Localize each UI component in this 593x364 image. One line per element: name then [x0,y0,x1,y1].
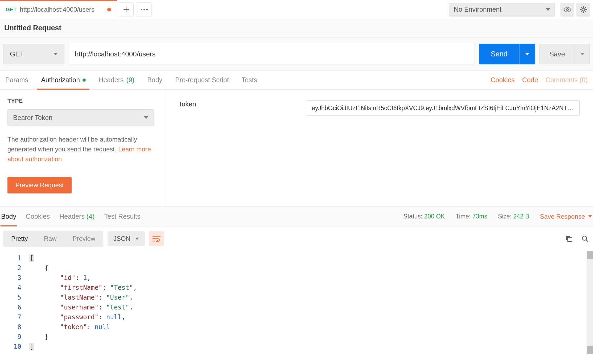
tab-title: http://localhost:4000/users [20,6,94,13]
body-format-value: JSON [113,235,130,242]
chevron-down-icon [588,215,592,218]
search-response-button[interactable] [580,234,590,243]
view-preview[interactable]: Preview [65,231,103,247]
tab-tests[interactable]: Tests [242,71,257,89]
environment-area: No Environment [449,0,593,19]
scrollbar-thumb[interactable] [587,346,593,354]
line-no: 8 [0,322,21,332]
cookies-link[interactable]: Cookies [491,76,515,84]
token-input[interactable] [306,100,580,116]
gear-icon [580,6,587,13]
tab-authorization[interactable]: Authorization [41,71,86,89]
tab-headers-label: Headers [98,76,124,84]
tab-prerequest[interactable]: Pre-request Script [175,71,229,89]
save-button[interactable]: Save [540,44,575,64]
token-label: Token [178,100,290,108]
tab-headers[interactable]: Headers (9) [98,71,134,89]
auth-panel: TYPE Bearer Token The authorization head… [0,90,593,207]
auth-active-dot [83,78,86,82]
request-tabs-row: Params Authorization Headers (9) Body Pr… [0,71,593,90]
svg-point-2 [146,9,148,10]
send-button[interactable]: Send [479,44,519,64]
view-raw[interactable]: Raw [36,231,65,247]
svg-point-0 [141,9,142,10]
response-body: 1 2 3 4 5 6 7 8 9 10 [ { "id": 1, "first… [0,251,593,354]
size-label: Size: [498,213,512,220]
svg-point-1 [143,9,145,10]
line-no: 3 [0,273,21,283]
auth-type-heading: TYPE [7,98,157,104]
method-value: GET [10,50,24,58]
tab-method: GET [6,7,17,13]
wrap-icon [152,235,161,242]
plus-icon [123,7,129,13]
status-label: Status: [403,213,423,220]
line-no: 10 [0,342,21,352]
resp-tab-cookies[interactable]: Cookies [26,207,50,226]
status-value: 200 OK [424,213,445,220]
vertical-scrollbar[interactable] [587,251,593,354]
request-tab[interactable]: GET http://localhost:4000/users [0,0,117,19]
chevron-down-icon [135,238,139,240]
resp-tab-tests[interactable]: Test Results [104,207,140,226]
code-content[interactable]: [ { "id": 1, "firstName": "Test", "lastN… [29,251,593,354]
tab-body[interactable]: Body [147,71,162,89]
resp-tab-body[interactable]: Body [1,207,16,226]
environment-preview-button[interactable] [561,3,574,16]
line-no: 4 [0,283,21,293]
auth-right-pane: Token [165,90,593,206]
save-options-button[interactable] [575,44,590,64]
wrap-lines-button[interactable] [149,231,164,246]
resp-tab-headers-count: (4) [87,213,95,220]
time-value: 73ms [472,213,487,220]
comments-link[interactable]: Comments (0) [546,76,588,84]
copy-response-button[interactable] [564,234,574,243]
auth-type-select[interactable]: Bearer Token [7,109,154,126]
auth-description: The authorization header will be automat… [7,134,151,164]
body-format-select[interactable]: JSON [108,231,145,246]
request-name[interactable]: Untitled Request [4,24,589,32]
auth-type-value: Bearer Token [13,114,52,122]
tab-params[interactable]: Params [5,71,28,89]
chevron-down-icon [144,116,148,119]
send-options-button[interactable] [519,44,535,64]
copy-icon [565,235,573,242]
line-no: 5 [0,293,21,303]
view-mode-group: Pretty Raw Preview [3,231,103,247]
ellipsis-icon [141,9,148,11]
request-title-bar: Untitled Request [0,19,593,38]
line-no: 7 [0,312,21,322]
scrollbar-thumb[interactable] [587,251,593,259]
chevron-down-icon [546,8,550,11]
tab-active-indicator [0,0,117,1]
save-response-label: Save Response [540,213,585,220]
time-label: Time: [456,213,471,220]
chevron-down-icon [53,53,58,55]
view-pretty[interactable]: Pretty [3,231,36,247]
save-response-button[interactable]: Save Response [540,213,592,220]
environment-select[interactable]: No Environment [449,3,555,16]
preview-request-button[interactable]: Preview Request [7,177,72,193]
line-no: 6 [0,303,21,312]
svg-point-3 [566,9,569,11]
resp-tab-headers[interactable]: Headers (4) [59,207,94,226]
response-meta: Status: 200 OK Time: 73ms Size: 242 B Sa… [403,213,592,220]
tab-bar: GET http://localhost:4000/users [0,0,153,19]
method-select[interactable]: GET [3,44,64,64]
size-value: 242 B [513,213,529,220]
response-tabs-row: Body Cookies Headers (4) Test Results St… [0,207,593,226]
line-no: 2 [0,263,21,273]
tab-unsaved-dot [107,8,111,11]
svg-point-4 [582,8,585,11]
line-no: 1 [0,253,21,263]
new-tab-button[interactable] [119,2,134,17]
settings-button[interactable] [576,3,590,16]
search-icon [581,235,589,242]
eye-icon [563,7,571,12]
url-input[interactable] [69,44,475,64]
line-no: 9 [0,332,21,342]
auth-desc-text: The authorization header will be automat… [7,136,137,153]
code-link[interactable]: Code [522,76,538,84]
auth-left-pane: TYPE Bearer Token The authorization head… [0,90,165,206]
tab-options-button[interactable] [137,2,152,17]
